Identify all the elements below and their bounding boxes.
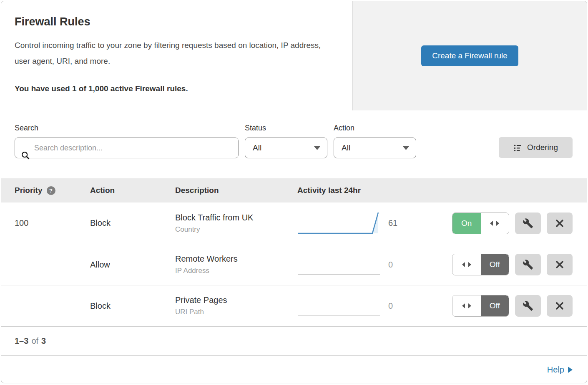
rule-action: Allow <box>90 260 175 270</box>
rule-description-cell: Private Pages URI Path <box>175 295 297 316</box>
status-label: Status <box>245 124 327 132</box>
action-label: Action <box>334 124 416 132</box>
action-select[interactable]: All <box>334 138 416 158</box>
rule-name: Block Traffic from UK <box>175 213 297 222</box>
edit-rule-button[interactable] <box>515 212 541 234</box>
close-icon <box>555 301 565 311</box>
edit-rule-button[interactable] <box>515 295 541 317</box>
wrench-icon <box>523 218 533 229</box>
status-select[interactable]: All <box>245 138 327 158</box>
priority-help-icon[interactable]: ? <box>47 186 55 195</box>
delete-rule-button[interactable] <box>547 212 573 234</box>
search-icon <box>21 151 30 160</box>
page-description: Control incoming traffic to your zone by… <box>15 38 336 69</box>
table-row: 100 Block Block Traffic from UK Country … <box>1 202 587 244</box>
rule-name: Remote Workers <box>175 254 297 264</box>
ordering-button[interactable]: Ordering <box>499 137 573 158</box>
column-activity: Activity last 24hr <box>297 186 573 195</box>
arrow-right-icon <box>568 367 573 373</box>
firewall-rules-card: Firewall Rules Control incoming traffic … <box>1 1 587 383</box>
activity-sparkline <box>297 292 385 320</box>
activity-sparkline <box>297 251 385 278</box>
table-row: Allow Remote Workers IP Address 0 Off <box>1 244 587 285</box>
list-ordering-icon <box>513 143 522 152</box>
close-icon <box>555 218 565 228</box>
header-section: Firewall Rules Control incoming traffic … <box>1 1 587 110</box>
chevron-down-icon <box>403 146 409 150</box>
pagination-bar: 1–3 of 3 <box>1 326 587 355</box>
activity-count: 0 <box>385 260 410 270</box>
search-label: Search <box>15 124 239 132</box>
rule-action: Block <box>90 301 175 311</box>
action-selected-value: All <box>342 143 350 152</box>
rule-action: Block <box>90 218 175 228</box>
page-title: Firewall Rules <box>15 15 336 28</box>
create-firewall-rule-button[interactable]: Create a Firewall rule <box>421 45 518 66</box>
activity-count: 0 <box>385 301 410 311</box>
delete-rule-button[interactable] <box>547 254 573 275</box>
header-action-panel: Create a Firewall rule <box>353 1 587 110</box>
close-icon <box>555 260 565 270</box>
rule-description-cell: Remote Workers IP Address <box>175 254 297 275</box>
help-link[interactable]: Help <box>547 365 573 375</box>
search-input[interactable] <box>15 138 239 158</box>
activity-sparkline <box>297 210 385 237</box>
wrench-icon <box>523 300 533 311</box>
rule-enabled-toggle[interactable]: Off <box>452 254 509 275</box>
chevron-down-icon <box>314 146 320 150</box>
delete-rule-button[interactable] <box>547 295 573 317</box>
status-selected-value: All <box>253 143 261 152</box>
rule-enabled-toggle[interactable]: On <box>452 212 509 234</box>
help-bar: Help <box>1 355 587 383</box>
help-link-label: Help <box>547 365 564 375</box>
toggle-grip-icon <box>452 295 481 316</box>
wrench-icon <box>523 259 533 270</box>
edit-rule-button[interactable] <box>515 254 541 275</box>
toggle-off-label: Off <box>481 254 509 275</box>
column-action: Action <box>90 186 175 195</box>
column-priority: Priority <box>15 186 43 195</box>
table-header-row: Priority ? Action Description Activity l… <box>1 178 587 202</box>
toggle-on-label: On <box>452 213 481 234</box>
rule-priority: 100 <box>15 218 90 228</box>
pagination-range: 1–3 <box>15 336 28 346</box>
header-text-panel: Firewall Rules Control incoming traffic … <box>1 1 353 110</box>
toggle-grip-icon <box>481 213 509 234</box>
usage-note: You have used 1 of 1,000 active Firewall… <box>15 84 336 93</box>
filters-section: Search Status All Action All <box>1 110 587 178</box>
table-row: Block Private Pages URI Path 0 Off <box>1 285 587 326</box>
rule-description-cell: Block Traffic from UK Country <box>175 213 297 234</box>
rule-type: URI Path <box>175 308 297 316</box>
rule-type: IP Address <box>175 267 297 275</box>
toggle-off-label: Off <box>481 295 509 316</box>
ordering-button-label: Ordering <box>527 143 558 152</box>
pagination-total: 3 <box>41 336 46 346</box>
rule-type: Country <box>175 225 297 234</box>
pagination-of: of <box>31 336 38 346</box>
rule-enabled-toggle[interactable]: Off <box>452 295 509 317</box>
column-description: Description <box>175 186 297 195</box>
activity-count: 61 <box>385 218 410 228</box>
rule-name: Private Pages <box>175 295 297 305</box>
toggle-grip-icon <box>452 254 481 275</box>
